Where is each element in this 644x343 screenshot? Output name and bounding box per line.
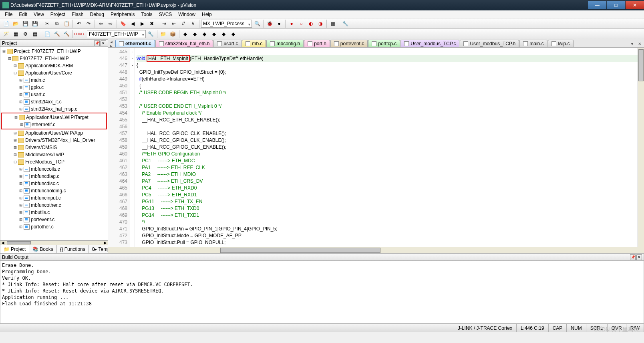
etab[interactable]: ethernetif.c	[115, 40, 155, 47]
download-icon[interactable]: LOAD	[74, 30, 83, 38]
options-icon[interactable]: ⚙	[21, 30, 30, 38]
bookmark-next-icon[interactable]: ▶	[138, 19, 147, 28]
menu-debug[interactable]: Debug	[87, 11, 107, 18]
etab[interactable]: stm32f4xx_hal_eth.h	[155, 40, 213, 47]
panel-close-icon[interactable]: ✕	[101, 40, 106, 46]
tree-item[interactable]: ⊞stm32f4xx_hal_msp.c	[1, 105, 107, 113]
tree-item[interactable]: ⊞mbfuncinput.c	[1, 194, 107, 202]
build-output[interactable]: Erase Done. Programming Done. Verify OK.…	[0, 261, 644, 324]
tree-item[interactable]: ⊞ethernetif.c	[2, 121, 106, 128]
minimize-button[interactable]: —	[588, 1, 606, 9]
step-over-icon[interactable]: ◑	[316, 19, 325, 28]
etab[interactable]: usart.c	[213, 40, 242, 47]
tree-item[interactable]: ⊞Application/MDK-ARM	[1, 62, 107, 69]
pack-icon[interactable]: 📦	[169, 30, 177, 38]
tb-icon-6[interactable]: ◆	[229, 30, 238, 38]
menu-edit[interactable]: Edit	[16, 11, 30, 18]
bookmark-icon[interactable]: 🔖	[119, 19, 127, 28]
fold-gutter[interactable]: - - -	[130, 48, 135, 247]
tb-icon-2[interactable]: ◆	[191, 30, 199, 38]
project-tree[interactable]: ⊟Project: F407ZET7_ETH+LWIP⊟F407ZET7_ETH…	[0, 47, 108, 240]
build-pin-icon[interactable]: 📌	[630, 254, 636, 260]
tab-close-icon[interactable]: ✕	[637, 42, 642, 47]
debug-icon[interactable]: 🐞	[265, 19, 274, 28]
panel-pin-icon[interactable]: 📌	[94, 40, 100, 46]
tree-item[interactable]: ⊟Project: F407ZET7_ETH+LWIP	[1, 48, 107, 55]
menu-peripherals[interactable]: Peripherals	[107, 11, 138, 18]
etab[interactable]: User_modbus_TCP.h	[460, 40, 519, 47]
btab-project[interactable]: 📁Project	[0, 245, 29, 253]
tb-icon-5[interactable]: ◆	[219, 30, 228, 38]
menu-flash[interactable]: Flash	[68, 11, 87, 18]
close-button[interactable]: ✕	[626, 1, 644, 9]
redo-icon[interactable]: ↷	[84, 19, 93, 28]
editor-hscroll[interactable]	[108, 247, 644, 253]
tree-item[interactable]: ⊞usart.c	[1, 91, 107, 98]
step-icon[interactable]: ◐	[306, 19, 315, 28]
nav-back-icon[interactable]: ⇦	[97, 19, 105, 28]
outdent-icon[interactable]: ⇤	[169, 19, 178, 28]
code-editor[interactable]: void HAL_ETH_MspInit(ETH_HandleTypeDef* …	[135, 48, 638, 247]
comment-icon[interactable]: //	[179, 19, 188, 28]
build-close-icon[interactable]: ✕	[636, 254, 642, 260]
copy-icon[interactable]: ⧉	[52, 19, 61, 28]
tree-item[interactable]: ⊟Application/User/LWIP/Target	[2, 114, 106, 121]
tree-item[interactable]: ⊞mbfuncdisc.c	[1, 180, 107, 187]
build-icon[interactable]: 🔨	[52, 30, 61, 38]
tree-item[interactable]: ⊟F407ZET7_ETH+LWIP	[1, 55, 107, 62]
tree-item[interactable]: ⊞Middlewares/LwIP	[1, 151, 107, 158]
manage-icon[interactable]: 📁	[159, 30, 168, 38]
etab[interactable]: lwip.c	[548, 40, 574, 47]
btab-books[interactable]: 📚Books	[29, 245, 56, 253]
tree-item[interactable]: ⊞main.c	[1, 77, 107, 84]
stop-icon[interactable]: ○	[297, 19, 306, 28]
tree-item[interactable]: ⊞gpio.c	[1, 84, 107, 91]
target-options-icon[interactable]: 🔧	[147, 30, 155, 38]
breakpoint-icon[interactable]: ●	[275, 19, 284, 28]
rebuild-icon[interactable]: 🔨	[62, 30, 71, 38]
cut-icon[interactable]: ✂	[43, 19, 52, 28]
tree-item[interactable]: ⊞Drivers/STM32F4xx_HAL_Driver	[1, 137, 107, 144]
menu-help[interactable]: Help	[199, 11, 215, 18]
btab-functions[interactable]: {}Functions	[57, 245, 89, 253]
etab[interactable]: port.h	[304, 40, 330, 47]
run-icon[interactable]: ●	[287, 19, 296, 28]
tree-item[interactable]: ⊞portevent.c	[1, 216, 107, 223]
save-all-icon[interactable]: 💾	[30, 19, 39, 28]
bookmark-prev-icon[interactable]: ◀	[128, 19, 137, 28]
maximize-button[interactable]: □	[607, 1, 625, 9]
menu-view[interactable]: View	[30, 11, 47, 18]
tree-item[interactable]: ⊟FreeModbus_TCP	[1, 158, 107, 165]
tree-item[interactable]: ⊞Drivers/CMSIS	[1, 144, 107, 151]
tree-item[interactable]: ⊞mbfuncdiag.c	[1, 173, 107, 180]
new-icon[interactable]: 📄	[2, 19, 10, 28]
etab[interactable]: porttcp.c	[368, 40, 400, 47]
etab[interactable]: portevent.c	[330, 40, 368, 47]
editor-vscroll[interactable]	[638, 48, 644, 247]
menu-tools[interactable]: Tools	[138, 11, 156, 18]
etab[interactable]: mbconfig.h	[266, 40, 304, 47]
target-combo[interactable]: F407ZET7_ETH+LWIP	[87, 30, 146, 38]
open-icon[interactable]: 📂	[11, 19, 20, 28]
bookmark-clear-icon[interactable]: ✖	[147, 19, 156, 28]
batch-icon[interactable]: ▤	[30, 30, 39, 38]
window-icon[interactable]: ▦	[328, 19, 337, 28]
etab[interactable]: mb.c	[242, 40, 266, 47]
find-combo[interactable]: MX_LWIP_Process	[201, 20, 252, 28]
menu-svcs[interactable]: SVCS	[156, 11, 175, 18]
tree-item[interactable]: ⊞Application/User/LWIP/App	[1, 129, 107, 137]
menu-file[interactable]: File	[2, 11, 16, 18]
tab-menu-icon[interactable]: ▾	[629, 42, 635, 47]
menu-project[interactable]: Project	[47, 11, 68, 18]
tree-item[interactable]: ⊞mbfuncother.c	[1, 202, 107, 209]
tree-item[interactable]: ⊞mbfunccoils.c	[1, 165, 107, 173]
tree-item[interactable]: ⊞portother.c	[1, 223, 107, 230]
save-icon[interactable]: 💾	[21, 19, 30, 28]
etab[interactable]: User_modbus_TCP.c	[400, 40, 459, 47]
translate-icon[interactable]: 📄	[43, 30, 52, 38]
uncomment-icon[interactable]: //	[189, 19, 197, 28]
tree-item[interactable]: ⊞mbutils.c	[1, 209, 107, 216]
menu-window[interactable]: Window	[175, 11, 199, 18]
find-icon[interactable]: 🔍	[253, 19, 262, 28]
tree-item[interactable]: ⊞stm32f4xx_it.c	[1, 98, 107, 105]
